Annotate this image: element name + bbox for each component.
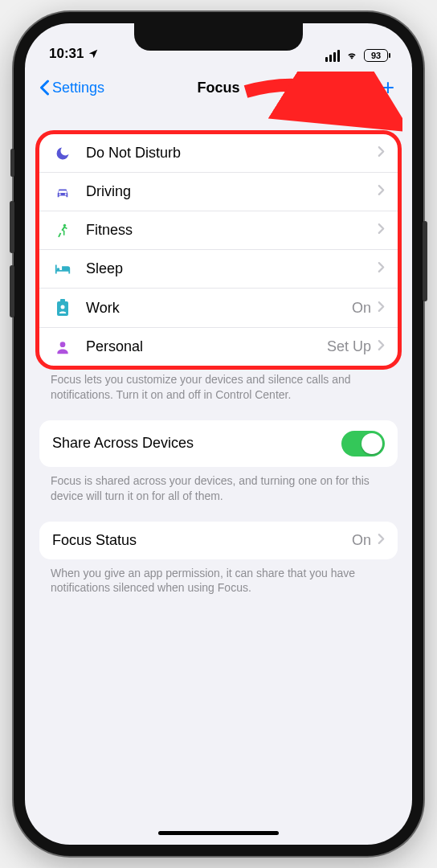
screen: 10:31 93 Settings Focus +: [25, 23, 412, 845]
share-label: Share Across Devices: [52, 435, 341, 452]
volume-down-button[interactable]: [10, 265, 14, 317]
share-group: Share Across Devices: [39, 420, 398, 467]
page-title: Focus: [197, 80, 239, 96]
phone-frame: 10:31 93 Settings Focus +: [14, 12, 423, 856]
runner-icon: [52, 223, 73, 239]
car-icon: [52, 185, 73, 199]
chevron-right-icon: [378, 183, 385, 200]
power-button[interactable]: [423, 221, 427, 301]
cellular-icon: [325, 50, 340, 62]
focus-row-dnd[interactable]: Do Not Disturb: [39, 134, 398, 172]
content: Do Not Disturb Driving: [25, 108, 412, 604]
badge-icon: [52, 299, 73, 317]
chevron-right-icon: [378, 338, 385, 355]
moon-icon: [52, 145, 73, 162]
row-detail: On: [352, 300, 371, 317]
svg-rect-2: [60, 299, 65, 302]
add-button[interactable]: +: [382, 76, 394, 99]
focus-row-sleep[interactable]: Sleep: [39, 249, 398, 288]
back-label: Settings: [52, 80, 104, 96]
footer-text-2: Focus is shared across your devices, and…: [39, 467, 398, 504]
focus-list-group: Do Not Disturb Driving: [39, 134, 398, 366]
person-icon: [52, 339, 73, 355]
row-label: Personal: [86, 338, 327, 355]
chevron-right-icon: [378, 300, 385, 317]
battery-icon: 93: [364, 49, 388, 62]
focus-status-row[interactable]: Focus Status On: [39, 522, 398, 559]
focus-row-work[interactable]: Work On: [39, 288, 398, 327]
chevron-right-icon: [378, 145, 385, 162]
status-time: 10:31: [49, 46, 84, 62]
chevron-right-icon: [378, 260, 385, 277]
nav-bar: Settings Focus +: [25, 67, 412, 108]
focus-status-detail: On: [352, 532, 371, 549]
chevron-right-icon: [378, 532, 385, 549]
home-indicator[interactable]: [158, 831, 279, 835]
bed-icon: [52, 263, 73, 276]
focus-row-personal[interactable]: Personal Set Up: [39, 327, 398, 366]
notch: [134, 23, 303, 51]
focus-status-label: Focus Status: [52, 532, 352, 549]
focus-row-driving[interactable]: Driving: [39, 172, 398, 211]
share-toggle[interactable]: [341, 431, 385, 457]
focus-row-fitness[interactable]: Fitness: [39, 211, 398, 249]
wifi-icon: [345, 50, 359, 61]
mute-switch[interactable]: [10, 149, 14, 177]
svg-point-4: [60, 342, 66, 347]
footer-text-3: When you give an app permission, it can …: [39, 559, 398, 596]
row-detail: Set Up: [327, 338, 371, 355]
svg-point-0: [63, 223, 66, 226]
location-icon: [88, 48, 99, 59]
volume-up-button[interactable]: [10, 201, 14, 253]
share-row: Share Across Devices: [39, 420, 398, 467]
row-label: Driving: [86, 183, 371, 200]
chevron-right-icon: [378, 222, 385, 239]
back-button[interactable]: Settings: [39, 80, 104, 96]
row-label: Do Not Disturb: [86, 145, 371, 162]
row-label: Sleep: [86, 260, 371, 277]
row-label: Fitness: [86, 222, 371, 239]
chevron-left-icon: [39, 80, 50, 96]
svg-point-3: [61, 305, 65, 309]
row-label: Work: [86, 300, 352, 317]
focus-status-group: Focus Status On: [39, 522, 398, 559]
footer-text-1: Focus lets you customize your devices an…: [39, 366, 398, 403]
